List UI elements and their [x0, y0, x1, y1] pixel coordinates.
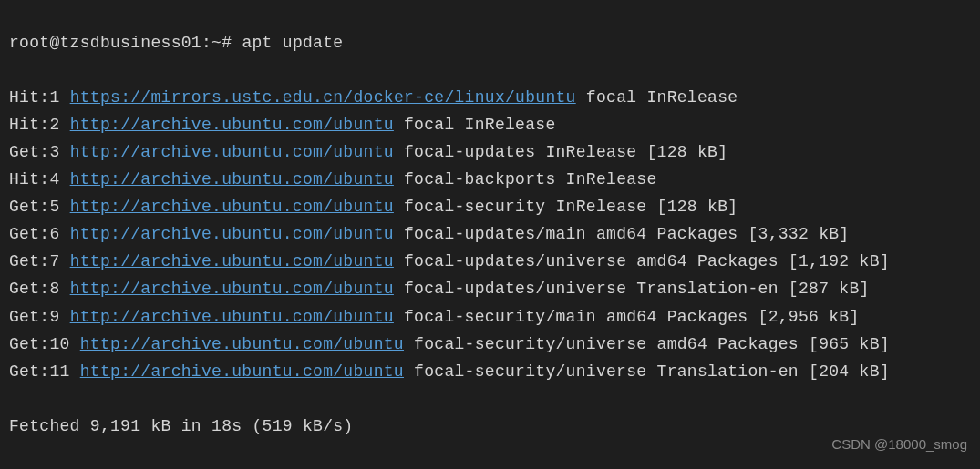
line-prefix: Hit:4 — [9, 170, 70, 189]
repo-line: Hit:1 https://mirrors.ustc.edu.cn/docker… — [9, 84, 971, 111]
repo-url-link[interactable]: http://archive.ubuntu.com/ubuntu — [70, 280, 394, 298]
prompt-symbol: # — [222, 34, 232, 52]
repo-line: Get:3 http://archive.ubuntu.com/ubuntu f… — [9, 138, 971, 166]
line-prefix: Get:11 — [9, 362, 80, 381]
line-prefix: Hit:1 — [9, 88, 70, 107]
line-prefix: Get:6 — [9, 225, 70, 243]
repo-url-link[interactable]: http://archive.ubuntu.com/ubuntu — [70, 252, 394, 270]
repo-line: Get:7 http://archive.ubuntu.com/ubuntu f… — [9, 248, 971, 275]
line-suffix: focal-updates InRelease [128 kB] — [394, 143, 727, 161]
prompt-path: ~ — [211, 34, 222, 52]
line-prefix: Hit:2 — [9, 116, 70, 134]
line-suffix: focal-updates/universe Translation-en [2… — [394, 280, 870, 298]
line-suffix: focal-backports InRelease — [394, 170, 657, 189]
repo-line: Get:10 http://archive.ubuntu.com/ubuntu … — [9, 331, 971, 358]
watermark: CSDN @18000_smog — [831, 433, 967, 455]
line-suffix: focal-security/universe amd64 Packages [… — [404, 335, 890, 353]
repo-url-link[interactable]: https://mirrors.ustc.edu.cn/docker-ce/li… — [70, 88, 576, 107]
prompt-command: apt update — [242, 34, 343, 52]
prompt-user-host: root@tzsdbusiness01 — [9, 34, 201, 52]
repo-url-link[interactable]: http://archive.ubuntu.com/ubuntu — [80, 362, 404, 381]
line-suffix: focal-updates/universe amd64 Packages [1… — [394, 252, 890, 270]
fetched-line: Fetched 9,191 kB in 18s (519 kB/s) — [9, 413, 971, 440]
repo-url-link[interactable]: http://archive.ubuntu.com/ubuntu — [80, 335, 404, 353]
line-suffix: focal InRelease — [576, 88, 738, 107]
line-suffix: focal-security InRelease [128 kB] — [394, 198, 738, 216]
line-prefix: Get:10 — [9, 335, 80, 353]
line-prefix: Get:7 — [9, 252, 70, 270]
repo-line: Get:8 http://archive.ubuntu.com/ubuntu f… — [9, 275, 971, 302]
repo-url-link[interactable]: http://archive.ubuntu.com/ubuntu — [70, 116, 394, 134]
repo-line: Get:5 http://archive.ubuntu.com/ubuntu f… — [9, 193, 971, 220]
prompt-line: root@tzsdbusiness01:~# apt update — [9, 29, 971, 56]
repo-line: Hit:4 http://archive.ubuntu.com/ubuntu f… — [9, 166, 971, 193]
repo-line: Get:11 http://archive.ubuntu.com/ubuntu … — [9, 358, 971, 385]
terminal-output[interactable]: root@tzsdbusiness01:~# apt update Hit:1 … — [9, 2, 971, 469]
repo-line: Get:6 http://archive.ubuntu.com/ubuntu f… — [9, 220, 971, 248]
line-suffix: focal InRelease — [394, 116, 556, 134]
repo-url-link[interactable]: http://archive.ubuntu.com/ubuntu — [70, 198, 394, 216]
repo-line: Hit:2 http://archive.ubuntu.com/ubuntu f… — [9, 111, 971, 138]
line-prefix: Get:9 — [9, 308, 70, 326]
repo-url-link[interactable]: http://archive.ubuntu.com/ubuntu — [70, 170, 394, 189]
line-prefix: Get:3 — [9, 143, 70, 161]
repo-line: Get:9 http://archive.ubuntu.com/ubuntu f… — [9, 303, 971, 331]
repo-url-link[interactable]: http://archive.ubuntu.com/ubuntu — [70, 143, 394, 161]
repo-url-link[interactable]: http://archive.ubuntu.com/ubuntu — [70, 308, 394, 326]
line-prefix: Get:8 — [9, 280, 70, 298]
repo-url-link[interactable]: http://archive.ubuntu.com/ubuntu — [70, 225, 394, 243]
line-prefix: Get:5 — [9, 198, 70, 216]
line-suffix: focal-updates/main amd64 Packages [3,332… — [394, 225, 850, 243]
line-suffix: focal-security/universe Translation-en [… — [404, 362, 890, 381]
line-suffix: focal-security/main amd64 Packages [2,95… — [394, 308, 860, 326]
